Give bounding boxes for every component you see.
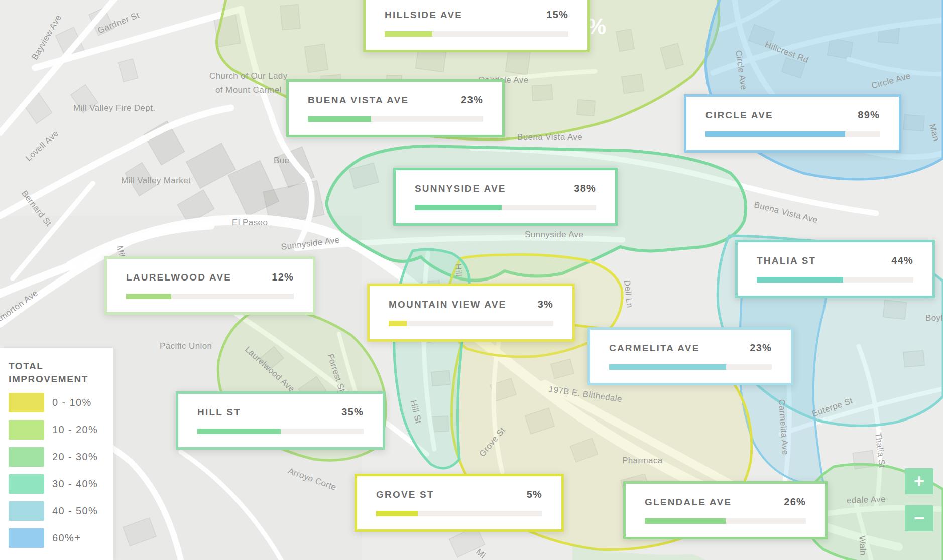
street-card-grove[interactable]: GROVE ST5%: [355, 474, 564, 532]
map-label-boyle: Boyle: [925, 313, 943, 323]
map-label-buena-vista-c: Buena Vista Ave: [517, 132, 582, 143]
street-value: 23%: [750, 342, 772, 354]
map-label-mv-market: Mill Valley Market: [121, 176, 191, 186]
progress-track: [705, 131, 880, 137]
progress-track: [197, 429, 364, 434]
street-name: CARMELITA AVE: [609, 343, 700, 354]
street-name: BUENA VISTA AVE: [308, 95, 409, 106]
street-value: 5%: [527, 489, 542, 500]
legend-item: 60%+: [9, 528, 113, 548]
map-label-church-line2: of Mount Carmel: [215, 85, 282, 95]
street-value: 26%: [784, 496, 806, 508]
street-name: GLENDALE AVE: [645, 497, 732, 508]
map-label-church-line1: Church of Our Lady: [209, 71, 288, 81]
map-label-el-paseo: El Paseo: [232, 218, 268, 228]
street-name: CIRCLE AVE: [705, 110, 773, 121]
street-card-hillside[interactable]: HILLSIDE AVE15%: [363, 0, 590, 52]
progress-fill: [415, 205, 502, 210]
street-card-carmelita[interactable]: CARMELITA AVE23%: [587, 327, 793, 385]
street-name: SUNNYSIDE AVE: [415, 183, 506, 194]
legend-item: 20 - 30%: [9, 447, 113, 467]
street-card-glendale[interactable]: GLENDALE AVE26%: [623, 481, 828, 539]
street-value: 23%: [461, 94, 483, 106]
zoom-out-button[interactable]: −: [905, 505, 933, 531]
map-label-hill-fragment: Hill: [453, 263, 463, 276]
progress-track: [376, 511, 542, 516]
street-card-thalia[interactable]: THALIA ST44%: [735, 240, 935, 298]
map-label-pacific-union: Pacific Union: [160, 341, 212, 351]
legend-items: 0 - 10% 10 - 20% 20 - 30% 30 - 40% 40 - …: [9, 393, 113, 548]
street-value: 35%: [341, 406, 364, 418]
street-card-buena-vista[interactable]: BUENA VISTA AVE23%: [286, 79, 505, 137]
progress-fill: [389, 321, 407, 326]
legend-swatch: [9, 447, 44, 467]
legend-label: 10 - 20%: [52, 424, 98, 436]
map-label-waln-fragment: Waln: [857, 535, 868, 556]
progress-track: [609, 364, 772, 370]
street-name: LAURELWOOD AVE: [126, 272, 231, 283]
legend-label: 30 - 40%: [52, 478, 98, 490]
legend-label: 0 - 10%: [52, 397, 92, 408]
legend-swatch: [9, 474, 44, 494]
progress-track: [757, 277, 913, 283]
progress-fill: [385, 31, 432, 37]
street-name: HILLSIDE AVE: [385, 10, 462, 21]
street-card-circle[interactable]: CIRCLE AVE89%: [684, 94, 901, 153]
progress-fill: [126, 294, 171, 299]
progress-fill: [645, 518, 726, 524]
map-stage: Bayview Ave Gardner St Mill Valley Fire …: [0, 0, 943, 560]
zoom-in-button[interactable]: +: [905, 468, 933, 494]
legend-title: TOTAL IMPROVEMENT: [9, 360, 113, 385]
street-name: MOUNTAIN VIEW AVE: [389, 299, 506, 310]
legend-swatch: [9, 393, 44, 412]
map-label-sunnyside-e: Sunnyside Ave: [525, 230, 583, 240]
legend-swatch: [9, 501, 44, 521]
progress-track: [385, 31, 568, 37]
map-label-bue-fragment: Bue: [274, 156, 289, 166]
progress-fill: [705, 131, 845, 137]
progress-fill: [197, 429, 281, 434]
street-value: 12%: [272, 271, 294, 283]
map-label-pharmaca: Pharmaca: [622, 456, 663, 466]
legend-swatch: [9, 528, 44, 548]
street-card-laurelwood[interactable]: LAURELWOOD AVE12%: [104, 256, 315, 315]
progress-fill: [757, 277, 843, 283]
progress-track: [415, 205, 596, 210]
street-card-hill[interactable]: HILL ST35%: [176, 391, 385, 450]
legend-item: 0 - 10%: [9, 393, 113, 412]
legend-item: 10 - 20%: [9, 420, 113, 440]
progress-fill: [609, 364, 726, 370]
street-card-mountain-view[interactable]: MOUNTAIN VIEW AVE3%: [367, 284, 575, 342]
progress-track: [389, 321, 553, 326]
street-value: 3%: [538, 299, 553, 310]
progress-fill: [308, 116, 371, 122]
legend-label: 20 - 30%: [52, 451, 98, 463]
street-name: HILL ST: [197, 407, 241, 418]
legend-panel: TOTAL IMPROVEMENT 0 - 10% 10 - 20% 20 - …: [0, 348, 113, 560]
street-card-sunnyside[interactable]: SUNNYSIDE AVE38%: [393, 168, 618, 226]
progress-track: [645, 518, 806, 524]
street-name: GROVE ST: [376, 489, 434, 500]
street-value: 15%: [546, 9, 568, 21]
progress-track: [308, 116, 483, 122]
legend-item: 40 - 50%: [9, 501, 113, 521]
legend-item: 30 - 40%: [9, 474, 113, 494]
legend-swatch: [9, 420, 44, 440]
progress-track: [126, 294, 294, 299]
progress-fill: [376, 511, 418, 516]
legend-label: 40 - 50%: [52, 505, 98, 517]
legend-label: 60%+: [52, 532, 81, 544]
map-label-edale-ave: edale Ave: [847, 494, 886, 506]
map-label-fire-dept: Mill Valley Fire Dept.: [73, 103, 155, 113]
street-name: THALIA ST: [757, 255, 816, 266]
street-value: 38%: [574, 183, 596, 194]
street-value: 89%: [858, 109, 880, 121]
street-value: 44%: [891, 255, 913, 266]
